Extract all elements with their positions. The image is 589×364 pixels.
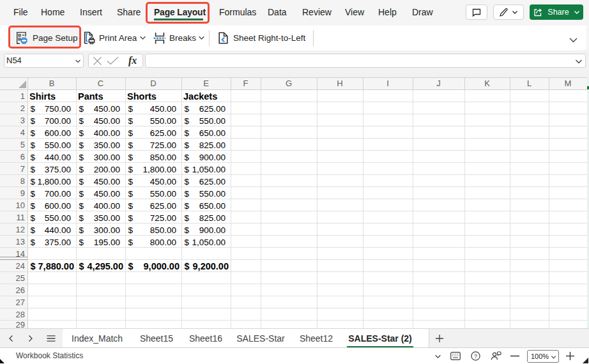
svg-text:?: ? xyxy=(474,353,477,360)
